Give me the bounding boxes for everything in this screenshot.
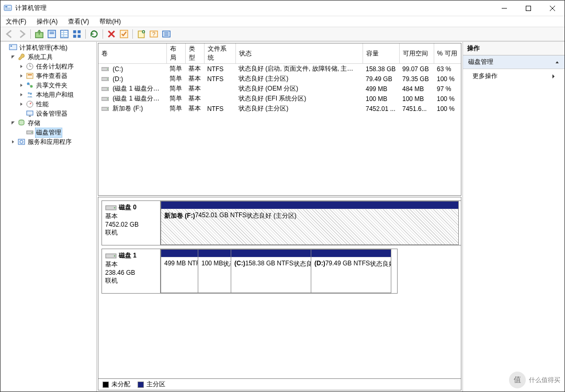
disk-map[interactable]: 磁盘 0基本7452.02 GB联机新加卷 (F:)7452.01 GB NTF…	[98, 197, 461, 390]
titlebar: 计算机管理	[1, 1, 564, 16]
nav-forward-button[interactable]	[16, 28, 28, 40]
col-capacity[interactable]: 容量	[363, 43, 399, 64]
svg-rect-4	[526, 6, 531, 10]
minimize-button[interactable]	[492, 1, 516, 16]
legend-unallocated: 未分配	[111, 380, 130, 389]
device-icon	[26, 109, 34, 118]
svg-point-42	[107, 88, 108, 89]
partition[interactable]: (C:)158.38 GB NTFS状态良好 (启动, 页面文件, 故	[231, 249, 311, 293]
svg-rect-21	[10, 46, 12, 47]
collapse-icon[interactable]	[18, 63, 25, 70]
maximize-button[interactable]	[516, 1, 540, 16]
tree-shared-folders[interactable]: 共享文件夹	[18, 81, 96, 90]
svg-rect-13	[77, 35, 81, 38]
svg-rect-2	[5, 8, 10, 8]
collapse-icon[interactable]	[18, 73, 25, 79]
col-pct[interactable]: % 可用	[434, 43, 461, 64]
services-icon	[17, 138, 26, 146]
volume-row[interactable]: (磁盘 1 磁盘分区 1)简单基本状态良好 (OEM 分区)499 MB484 …	[98, 84, 461, 94]
menu-view[interactable]: 查看(V)	[65, 16, 92, 27]
tool-check[interactable]	[118, 28, 130, 40]
menu-action[interactable]: 操作(A)	[33, 16, 61, 27]
tool-icon-view[interactable]	[71, 28, 83, 40]
svg-rect-30	[27, 111, 33, 115]
svg-rect-10	[73, 30, 76, 33]
svg-rect-23	[27, 73, 33, 79]
volume-row[interactable]: 新加卷 (F:)简单基本NTFS状态良好 (主分区)7452.01 ...745…	[98, 104, 461, 114]
volume-row[interactable]: (磁盘 1 磁盘分区 2)简单基本状态良好 (EFI 系统分区)100 MB10…	[98, 94, 461, 104]
svg-point-40	[107, 79, 108, 80]
tree-device-manager[interactable]: 设备管理器	[18, 109, 96, 118]
partition[interactable]: 100 MB状态良好	[198, 249, 231, 293]
tree-disk-management[interactable]: 磁盘管理	[18, 128, 96, 137]
tool-delete[interactable]	[106, 28, 117, 40]
tree-task-scheduler[interactable]: 任务计划程序	[18, 62, 96, 71]
tree-local-users[interactable]: 本地用户和组	[18, 90, 96, 99]
disk-icon	[26, 128, 34, 137]
tool-detail-view[interactable]	[59, 28, 70, 40]
watermark-badge: 值	[509, 372, 526, 388]
partition[interactable]: 499 MB NTF状态良好 (OE	[161, 249, 198, 293]
svg-rect-20	[9, 44, 17, 50]
event-icon	[26, 72, 34, 80]
svg-point-48	[114, 207, 116, 209]
collapse-icon[interactable]	[18, 82, 25, 88]
actions-header: 操作	[463, 42, 564, 55]
legend-swatch-unallocated	[103, 382, 109, 388]
actions-pane: 操作 磁盘管理 更多操作	[462, 42, 564, 391]
menu-help[interactable]: 帮助(H)	[96, 16, 124, 27]
tool-help[interactable]: ?	[148, 28, 160, 40]
tool-list[interactable]	[161, 28, 172, 40]
svg-point-27	[28, 92, 30, 94]
col-type[interactable]: 类型	[185, 43, 204, 64]
col-status[interactable]: 状态	[235, 43, 363, 64]
app-window: 计算机管理 文件(F) 操作(A) 查看(V) 帮助(H) ?	[0, 0, 565, 392]
watermark-text: 什么值得买	[529, 376, 560, 385]
volume-row[interactable]: (C:)简单基本NTFS状态良好 (启动, 页面文件, 故障转储, 主分区)15…	[98, 64, 461, 74]
menu-file[interactable]: 文件(F)	[3, 16, 29, 27]
tool-new[interactable]	[135, 28, 147, 40]
col-fs[interactable]: 文件系统	[204, 43, 235, 64]
perf-icon	[26, 100, 34, 108]
disk-info[interactable]: 磁盘 1基本238.46 GB联机	[102, 249, 161, 293]
tree-event-viewer[interactable]: 事件查看器	[18, 71, 96, 81]
volume-header-row[interactable]: 卷 布局 类型 文件系统 状态 容量 可用空间 % 可用	[98, 43, 461, 64]
disk-info[interactable]: 磁盘 0基本7452.02 GB联机	[102, 201, 161, 245]
tool-refresh[interactable]	[88, 28, 100, 40]
volume-row[interactable]: (D:)简单基本NTFS状态良好 (主分区)79.49 GB79.35 GB10…	[98, 74, 461, 84]
volume-list[interactable]: 卷 布局 类型 文件系统 状态 容量 可用空间 % 可用 (C:)简单基本NTF…	[98, 43, 461, 196]
tree-system-tools[interactable]: 系统工具	[10, 52, 96, 62]
nav-back-button[interactable]	[4, 28, 15, 40]
tree-services-apps[interactable]: 服务和应用程序	[10, 137, 96, 147]
expand-icon[interactable]	[10, 54, 16, 60]
collapse-icon[interactable]	[10, 139, 16, 145]
svg-rect-1	[5, 6, 7, 7]
tree-storage[interactable]: 存储	[10, 118, 96, 128]
svg-point-44	[107, 98, 108, 99]
col-volume[interactable]: 卷	[98, 43, 166, 64]
tool-properties[interactable]	[46, 28, 58, 40]
collapse-icon[interactable]	[18, 92, 25, 98]
svg-point-50	[114, 255, 116, 257]
actions-more[interactable]: 更多操作	[463, 69, 564, 83]
storage-icon	[17, 119, 26, 127]
col-free[interactable]: 可用空间	[399, 43, 434, 64]
close-button[interactable]	[540, 1, 564, 16]
disk-row[interactable]: 磁盘 0基本7452.02 GB联机新加卷 (F:)7452.01 GB NTF…	[101, 200, 461, 245]
clock-icon	[26, 62, 34, 71]
tool-up-level[interactable]	[33, 28, 45, 40]
tree-pane[interactable]: 计算机管理(本地) 系统工具 任务计划程序 事件查看器	[1, 42, 97, 391]
partition[interactable]: (D:)79.49 GB NTFS状态良好 (主分区)	[311, 249, 391, 293]
collapse-icon[interactable]	[18, 101, 25, 107]
svg-rect-11	[77, 30, 81, 33]
actions-section-disk-mgmt[interactable]: 磁盘管理	[463, 55, 564, 69]
tree-performance[interactable]: 性能	[18, 99, 96, 109]
col-layout[interactable]: 布局	[166, 43, 185, 64]
center-pane: 卷 布局 类型 文件系统 状态 容量 可用空间 % 可用 (C:)简单基本NTF…	[97, 42, 462, 391]
legend-swatch-primary	[138, 382, 144, 388]
disk-row[interactable]: 磁盘 1基本238.46 GB联机499 MB NTF状态良好 (OE100 M…	[101, 249, 398, 294]
wrench-icon	[17, 53, 26, 61]
partition[interactable]: 新加卷 (F:)7452.01 GB NTFS状态良好 (主分区)	[161, 201, 459, 245]
tree-root[interactable]: 计算机管理(本地)	[2, 43, 96, 52]
expand-icon[interactable]	[10, 120, 16, 126]
